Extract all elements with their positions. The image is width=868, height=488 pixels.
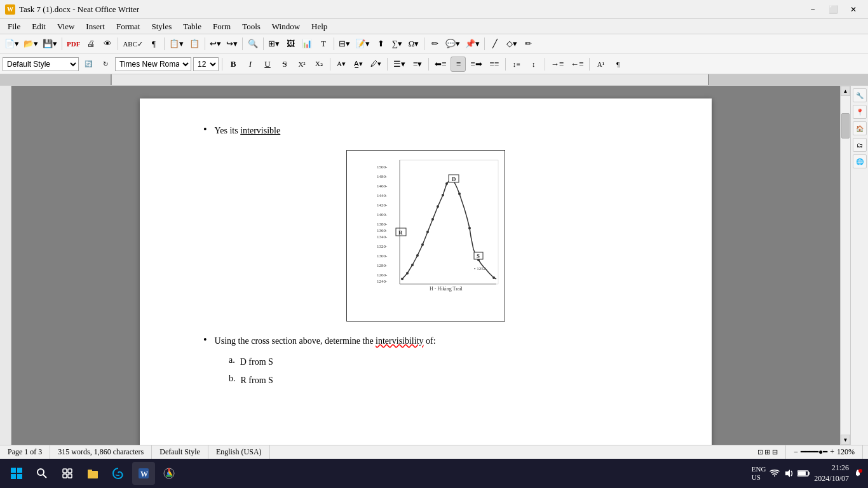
- header-button[interactable]: ⬆: [373, 36, 388, 51]
- para-spacing-button[interactable]: ↕: [526, 57, 541, 72]
- style-update-btn[interactable]: ↻: [98, 57, 113, 72]
- menu-format[interactable]: Format: [111, 20, 146, 33]
- language-tray[interactable]: ENG US: [752, 465, 766, 482]
- edge-button[interactable]: [107, 462, 130, 485]
- menu-table[interactable]: Table: [178, 20, 207, 33]
- spellcheck-button[interactable]: ABC✓: [121, 36, 145, 51]
- style2-button[interactable]: ¶: [610, 57, 625, 72]
- menu-file[interactable]: File: [3, 20, 25, 33]
- style-cycle-btn[interactable]: 🔄: [81, 57, 96, 72]
- menu-tools[interactable]: Tools: [237, 20, 266, 33]
- zoom-control[interactable]: − ━━━━●━ + 120%: [786, 445, 863, 459]
- battery-icon[interactable]: [797, 470, 810, 477]
- align-left-button[interactable]: ⬅≡: [432, 57, 449, 72]
- field-button[interactable]: ⊟▾: [337, 36, 352, 51]
- task-view-button[interactable]: [56, 462, 79, 485]
- ref-button[interactable]: 📌▾: [463, 36, 482, 51]
- underline-button[interactable]: U: [260, 57, 275, 72]
- pdf-button[interactable]: PDF: [65, 36, 82, 51]
- superscript-button[interactable]: X²: [294, 57, 309, 72]
- minimize-button[interactable]: −: [803, 1, 822, 18]
- scroll-up-button[interactable]: ▲: [841, 86, 850, 96]
- comment-button[interactable]: 💬▾: [444, 36, 462, 51]
- list-number-button[interactable]: ≡▾: [410, 57, 425, 72]
- save-button[interactable]: 💾▾: [41, 36, 59, 51]
- align-right-button[interactable]: ≡➡: [468, 57, 484, 72]
- bold-button[interactable]: B: [226, 57, 241, 72]
- preview-button[interactable]: 👁: [100, 36, 115, 51]
- print-button[interactable]: 🖨: [83, 36, 98, 51]
- draw-button[interactable]: ✏: [520, 36, 536, 51]
- wifi-icon[interactable]: [770, 468, 780, 478]
- pilcrow-button[interactable]: ¶: [146, 36, 161, 51]
- align-justify-button[interactable]: ≡≡: [487, 57, 502, 72]
- track-changes[interactable]: ✏: [427, 36, 442, 51]
- chrome-button[interactable]: [158, 462, 180, 485]
- footnote-button[interactable]: 📝▾: [353, 36, 372, 51]
- undo-button[interactable]: ↩▾: [208, 36, 223, 51]
- line-button[interactable]: ╱: [487, 36, 503, 51]
- list-bullet-button[interactable]: ☰▾: [391, 57, 408, 72]
- menu-insert[interactable]: Insert: [81, 20, 110, 33]
- start-button[interactable]: [5, 462, 28, 485]
- document-area[interactable]: • Yes its intervisible 1500- 1480- 1460-…: [11, 86, 840, 445]
- file-explorer-button[interactable]: [81, 462, 104, 485]
- table-insert[interactable]: ⊞▾: [266, 36, 281, 51]
- extensions-btn[interactable]: 🌐: [853, 154, 867, 168]
- navigator-btn[interactable]: 📍: [853, 105, 867, 119]
- zoom-in-icon[interactable]: +: [830, 447, 834, 457]
- menu-edit[interactable]: Edit: [27, 20, 51, 33]
- image-button[interactable]: 🖼: [283, 36, 298, 51]
- formula-button[interactable]: ∑▾: [390, 36, 405, 51]
- chart-button[interactable]: 📊: [299, 36, 315, 51]
- vertical-scrollbar[interactable]: ▲ ▼: [840, 86, 850, 445]
- font-size-select[interactable]: 12: [193, 57, 219, 71]
- close-button[interactable]: ✕: [844, 1, 863, 18]
- line-spacing-button[interactable]: ↕≡: [509, 57, 524, 72]
- search-button[interactable]: [31, 462, 53, 485]
- paragraph-style-select[interactable]: Default Style: [3, 57, 79, 71]
- highlight-button[interactable]: 🖊▾: [368, 57, 384, 72]
- strikethrough-button[interactable]: S: [277, 57, 292, 72]
- system-clock[interactable]: 21:26 2024/10/07: [814, 463, 849, 484]
- zoom-slider[interactable]: ━━━━●━: [801, 447, 827, 457]
- scroll-thumb[interactable]: [841, 113, 850, 139]
- new-button[interactable]: 📄▾: [3, 36, 21, 51]
- styles-panel-btn[interactable]: 🔧: [853, 88, 867, 102]
- titlebar-controls[interactable]: − ⬜ ✕: [803, 1, 863, 18]
- text-yes-its: Yes its: [215, 126, 241, 135]
- char-format-button[interactable]: A̲▾: [351, 57, 366, 72]
- menu-window[interactable]: Window: [267, 20, 305, 33]
- style1-button[interactable]: A¹: [593, 57, 608, 72]
- font-name-select[interactable]: Times New Roman: [115, 57, 191, 71]
- open-button[interactable]: 📂▾: [22, 36, 40, 51]
- gallery-btn[interactable]: 🗂: [853, 138, 867, 152]
- subscript-button[interactable]: X₂: [311, 57, 327, 72]
- text-intervisibility-link: intervisibility: [376, 336, 423, 346]
- document-page[interactable]: • Yes its intervisible 1500- 1480- 1460-…: [140, 98, 712, 445]
- notification-icon[interactable]: [853, 468, 863, 478]
- italic-button[interactable]: I: [243, 57, 258, 72]
- zoom-out-icon[interactable]: −: [794, 447, 798, 457]
- copy-button[interactable]: 📋▾: [167, 36, 186, 51]
- align-center-button[interactable]: ≡: [451, 57, 466, 72]
- maximize-button[interactable]: ⬜: [824, 1, 843, 18]
- paste-button[interactable]: 📋: [187, 36, 202, 51]
- find-button[interactable]: 🔍: [245, 36, 261, 51]
- font-color-button[interactable]: A▾: [334, 57, 349, 72]
- redo-button[interactable]: ↪▾: [224, 36, 240, 51]
- properties-btn[interactable]: 🏠: [853, 121, 867, 135]
- menu-form[interactable]: Form: [208, 20, 236, 33]
- indent-increase-button[interactable]: →≡: [548, 57, 566, 72]
- menu-styles[interactable]: Styles: [146, 20, 177, 33]
- volume-icon[interactable]: [783, 468, 794, 478]
- word-taskbar-button[interactable]: W: [132, 462, 155, 485]
- shape-button[interactable]: ◇▾: [504, 36, 519, 51]
- special-char[interactable]: Ω▾: [406, 36, 421, 51]
- indent-decrease-button[interactable]: ←≡: [568, 57, 586, 72]
- textbox-button[interactable]: T: [316, 36, 331, 51]
- menu-view[interactable]: View: [52, 20, 79, 33]
- scroll-down-button[interactable]: ▼: [841, 435, 850, 445]
- scroll-track[interactable]: [841, 96, 850, 435]
- menu-help[interactable]: Help: [306, 20, 332, 33]
